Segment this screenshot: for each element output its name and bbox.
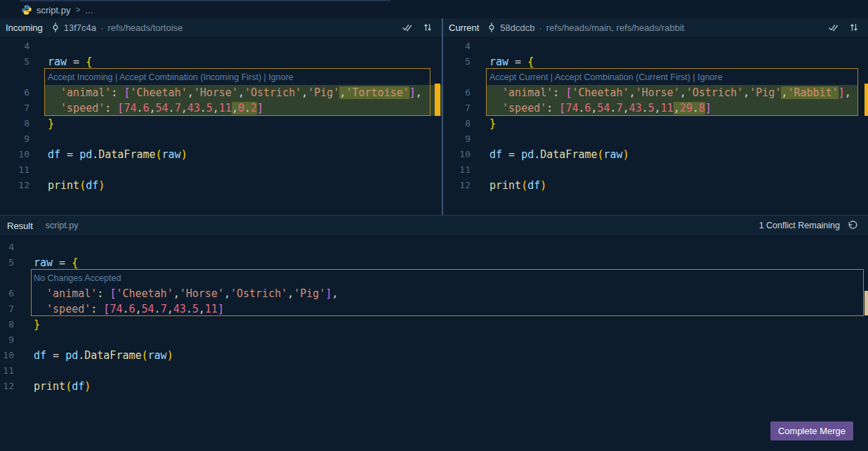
- line-number: 7: [0, 301, 31, 317]
- code-line[interactable]: 8}: [0, 116, 442, 131]
- code-token: 'Horse': [194, 86, 238, 99]
- code-line[interactable]: 5raw = {: [0, 255, 868, 270]
- code-line[interactable]: 12print(df): [0, 178, 442, 193]
- code-line[interactable]: 12print(df): [443, 178, 868, 193]
- accept-combination-incoming-first-link[interactable]: Accept Combination (Incoming First): [119, 72, 261, 82]
- code-token: 'Horse': [180, 287, 224, 300]
- code-token: df: [489, 148, 502, 161]
- code-line[interactable]: 6 'animal': ['Cheetah','Horse','Ostrich'…: [0, 286, 868, 301]
- accept-combination-current-first-link[interactable]: Accept Combination (Current First): [555, 72, 690, 82]
- discard-icon[interactable]: [847, 220, 858, 231]
- code-token: ,: [680, 86, 686, 99]
- code-line[interactable]: 11: [0, 162, 442, 178]
- code-token: ,: [224, 287, 230, 300]
- ignore-link[interactable]: Ignore: [697, 72, 722, 82]
- code-token: ,: [150, 102, 156, 115]
- code-line[interactable]: 7 'speed': [74.6,54.7,43.5,11]: [0, 301, 868, 317]
- current-editor-pane: Current 58dcdcb · refs/heads/main, refs/…: [443, 18, 868, 215]
- code-line[interactable]: 11: [443, 162, 868, 178]
- code-token: =: [502, 148, 521, 161]
- result-overview-ruler-marker[interactable]: [864, 291, 868, 315]
- incoming-code[interactable]: 45raw = {Accept Incoming | Accept Combin…: [0, 37, 442, 193]
- line-number: 8: [443, 116, 486, 131]
- incoming-overview-ruler-marker[interactable]: [435, 84, 440, 116]
- code-line[interactable]: 6 'animal': ['Cheetah','Horse','Ostrich'…: [0, 85, 442, 100]
- code-line[interactable]: 10df = pd.DataFrame(raw): [443, 147, 868, 162]
- result-code[interactable]: 45raw = {No Changes Accepted6 'animal': …: [0, 235, 868, 394]
- code-token: 'Horse': [636, 86, 680, 99]
- code-token: ): [84, 380, 91, 393]
- code-line[interactable]: 4: [0, 240, 868, 255]
- chevron-right-icon: >: [75, 5, 80, 15]
- code-token: 6: [129, 303, 135, 315]
- compare-changes-icon[interactable]: [848, 22, 860, 33]
- code-token: 6: [584, 102, 591, 115]
- code-token: 74: [110, 303, 122, 315]
- code-line[interactable]: 7 'speed': [74.6,54.7,43.5,11,29.8]: [443, 100, 868, 116]
- line-number: 9: [0, 131, 44, 147]
- code-line[interactable]: 12print(df): [0, 379, 868, 394]
- breadcrumb-symbol-ellipsis[interactable]: ...: [85, 5, 93, 15]
- codelens-row[interactable]: No Changes Accepted: [0, 270, 868, 286]
- code-line[interactable]: 10df = pd.DataFrame(raw): [0, 348, 868, 363]
- code-token: .: [642, 102, 648, 115]
- codelens-row[interactable]: Accept Current | Accept Combination (Cur…: [443, 70, 868, 85]
- code-line[interactable]: 9: [0, 332, 868, 348]
- code-line[interactable]: 6 'animal': ['Cheetah','Horse','Ostrich'…: [443, 85, 868, 100]
- code-token: 54: [598, 102, 610, 115]
- code-token: ,: [301, 86, 308, 99]
- code-line[interactable]: 7 'speed': [74.6,54.7,43.5,11,0.2]: [0, 100, 442, 116]
- complete-merge-button[interactable]: Complete Merge: [770, 421, 853, 440]
- code-token: :: [91, 303, 103, 315]
- code-line[interactable]: 4: [443, 39, 868, 54]
- code-token: ,: [173, 287, 180, 300]
- code-token: ,: [629, 86, 636, 99]
- code-token: ,: [845, 86, 851, 99]
- codelens-row[interactable]: Accept Incoming | Accept Combination (In…: [0, 70, 442, 85]
- code-token: pd: [79, 148, 92, 161]
- code-token: ,: [416, 86, 422, 99]
- code-token: 'animal': [46, 287, 97, 300]
- code-token: =: [60, 148, 79, 161]
- line-number: 12: [0, 379, 31, 394]
- code-token: ): [167, 349, 173, 362]
- accept-current-link[interactable]: Accept Current: [489, 72, 548, 82]
- code-token: (: [79, 179, 86, 192]
- compare-changes-icon[interactable]: [422, 22, 433, 33]
- code-token: pd: [65, 349, 78, 362]
- accept-incoming-link[interactable]: Accept Incoming: [48, 72, 112, 82]
- code-token: (: [156, 148, 162, 161]
- code-token: =: [46, 349, 65, 362]
- code-line[interactable]: 11: [0, 363, 868, 379]
- code-token: 54: [142, 303, 154, 315]
- code-token: 5: [206, 102, 213, 115]
- code-line[interactable]: 5raw = {: [0, 54, 442, 70]
- code-line[interactable]: 10df = pd.DataFrame(raw): [0, 147, 442, 162]
- current-overview-ruler-marker[interactable]: [864, 84, 868, 116]
- code-line[interactable]: 9: [443, 131, 868, 147]
- code-line[interactable]: 5raw = {: [443, 54, 868, 70]
- code-line[interactable]: 9: [0, 131, 442, 147]
- code-line[interactable]: 8}: [443, 116, 868, 131]
- code-token: .: [186, 303, 192, 315]
- code-token: raw: [34, 256, 53, 269]
- code-token: ): [623, 148, 629, 161]
- check-all-icon[interactable]: [402, 22, 413, 33]
- code-line[interactable]: 8}: [0, 317, 868, 332]
- code-token: df: [48, 148, 60, 161]
- code-token: ]: [705, 102, 711, 115]
- code-token: [489, 86, 502, 99]
- lens-separator: |: [548, 72, 555, 82]
- code-token: ,: [167, 303, 173, 315]
- breadcrumb-file[interactable]: script.py: [37, 5, 70, 15]
- code-token: DataFrame: [540, 148, 597, 161]
- code-line[interactable]: 4: [0, 39, 442, 54]
- current-code[interactable]: 45raw = {Accept Current | Accept Combina…: [443, 37, 868, 193]
- code-token: (: [65, 380, 72, 393]
- code-token: 'Pig': [308, 86, 339, 99]
- code-token: print: [48, 179, 79, 192]
- check-all-icon[interactable]: [828, 22, 839, 33]
- ignore-link[interactable]: Ignore: [268, 72, 293, 82]
- code-token: :: [553, 86, 565, 99]
- line-number: 10: [0, 348, 31, 363]
